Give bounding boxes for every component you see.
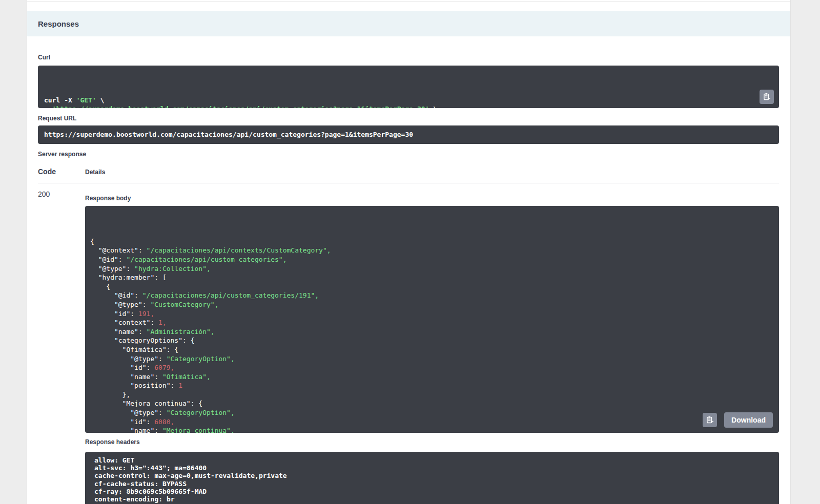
copy-to-clipboard-button[interactable]: [703, 413, 717, 427]
code-line: "name": "Ofimática",: [90, 372, 774, 382]
response-body-block[interactable]: Download { "@context": "/capacitaciones/…: [85, 206, 779, 433]
code-line: cf-cache-status: BYPASS: [94, 480, 770, 488]
operation-responses-panel: Responses Curl curl -X 'GET' \ 'https://…: [27, 0, 791, 504]
code-line: "position": 1: [90, 381, 774, 390]
code-line: {: [90, 237, 774, 246]
code-line: "@id": "/capacitaciones/api/custom_categ…: [90, 291, 774, 300]
code-line: "id": 191,: [90, 309, 774, 319]
response-row-200: 200 Response body: [38, 190, 779, 504]
code-line: alt-svc: h3=":443"; ma=86400: [94, 464, 770, 472]
status-code: 200: [38, 190, 85, 504]
responses-section-header: Responses: [27, 11, 790, 36]
code-line: "hydra:member": [: [90, 273, 774, 282]
code-line: allow: GET: [94, 456, 770, 464]
code-line: cf-ray: 8b9c069c5b09665f-MAD: [94, 488, 770, 495]
code-line: "@type": "CategoryOption",: [90, 354, 774, 364]
response-body-label: Response body: [85, 195, 779, 202]
server-response-label: Server response: [38, 151, 779, 158]
code-line: "Ofimática": {: [90, 345, 774, 354]
code-line: "@type": "CustomCategory",: [90, 300, 774, 309]
details-column-header: Details: [85, 169, 105, 176]
response-headers-block[interactable]: allow: GETalt-svc: h3=":443"; ma=86400ca…: [85, 452, 779, 504]
request-url-label: Request URL: [38, 115, 779, 122]
divider: [27, 1, 790, 2]
clipboard-copy-icon: [763, 93, 771, 101]
code-line: "context": 1,: [90, 318, 774, 327]
code-line: "id": 6080,: [90, 417, 774, 427]
code-line: "name": "Mejora continua",: [90, 426, 774, 433]
code-line: "@context": "/capacitaciones/api/context…: [90, 246, 774, 255]
curl-label: Curl: [38, 54, 779, 61]
copy-to-clipboard-button[interactable]: [760, 90, 774, 104]
request-url-value: https://superdemo.boostworld.com/capacit…: [38, 125, 779, 144]
code-line: "name": "Administración",: [90, 327, 774, 337]
code-line: "id": 6079,: [90, 363, 774, 372]
code-line: curl -X 'GET' \: [44, 96, 773, 104]
code-line: "@id": "/capacitaciones/api/custom_categ…: [90, 255, 774, 264]
response-headers-label: Response headers: [85, 438, 779, 446]
clipboard-copy-icon: [706, 416, 714, 424]
download-button[interactable]: Download: [724, 412, 773, 428]
code-line: cache-control: max-age=0,must-revalidate…: [94, 472, 770, 479]
table-header-divider: [38, 183, 779, 183]
code-line: {: [90, 282, 774, 291]
code-column-header: Code: [38, 167, 85, 176]
curl-command-block[interactable]: curl -X 'GET' \ 'https://superdemo.boost…: [38, 66, 779, 108]
code-line: "@type": "CategoryOption",: [90, 408, 774, 417]
code-line: },: [90, 390, 774, 400]
code-line: content-encoding: br: [94, 495, 770, 503]
responses-title: Responses: [38, 19, 79, 28]
code-line: 'https://superdemo.boostworld.com/capaci…: [44, 104, 773, 108]
code-line: "Mejora continua": {: [90, 399, 774, 408]
code-line: "categoryOptions": {: [90, 336, 774, 345]
code-line: "@type": "hydra:Collection",: [90, 264, 774, 274]
server-response-table-header: Code Details: [38, 167, 779, 176]
